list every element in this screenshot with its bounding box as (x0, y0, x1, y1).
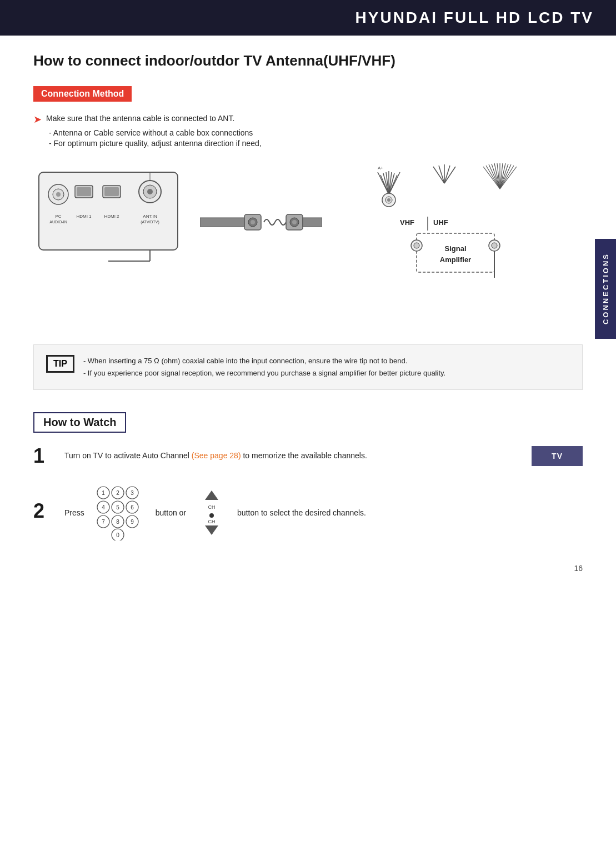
svg-text:9: 9 (131, 519, 134, 525)
connection-method-label: Connection Method (33, 86, 132, 102)
bullet-2: - Antenna or Cable service without a cab… (49, 128, 583, 137)
svg-text:CH: CH (208, 519, 216, 524)
step-1-link: (See page 28) (192, 451, 241, 460)
svg-text:0: 0 (116, 532, 119, 538)
tip-line-2: - If you experience poor signal receptio… (83, 367, 445, 379)
header: HYUNDAI FULL HD LCD TV (0, 0, 616, 36)
button-or-text: button or (156, 507, 186, 519)
step-1-right: TV (532, 446, 583, 466)
svg-text:1: 1 (102, 490, 105, 496)
step-2-content: Press 1 2 3 (64, 482, 583, 540)
cable-connector (200, 206, 322, 239)
svg-marker-94 (205, 525, 218, 535)
side-tab-label: CONNECTIONS (602, 253, 610, 324)
step-2: 2 Press 1 2 (33, 482, 583, 540)
page-title: How to connect indoor/outdor TV Antenna(… (33, 52, 583, 69)
how-to-watch-section: How to Watch 1 Turn on TV to activate Au… (33, 412, 583, 540)
svg-line-44 (444, 166, 450, 183)
svg-text:(ATV/DTV): (ATV/DTV) (141, 220, 159, 224)
bullet-2-text: - Antenna or Cable service without a cab… (49, 128, 253, 137)
how-to-watch-badge-wrapper: How to Watch (33, 412, 583, 446)
tv-panel: PC AUDIO-IN HDMI 1 HDMI 2 ANT.IN (ATV/DT… (33, 161, 183, 272)
ch-text: button to select the desired channels. (237, 507, 366, 519)
tv-button: TV (532, 446, 583, 466)
svg-text:HDMI 2: HDMI 2 (104, 214, 119, 219)
svg-line-42 (439, 166, 444, 183)
svg-rect-62 (417, 233, 494, 272)
bullet-3: - For optimum picture quality, adjust an… (49, 139, 583, 148)
svg-text:2: 2 (116, 490, 119, 496)
diagram-area: PC AUDIO-IN HDMI 1 HDMI 2 ANT.IN (ATV/DT… (33, 161, 583, 328)
svg-point-14 (147, 189, 153, 194)
svg-text:UHF: UHF (433, 218, 448, 227)
svg-text:ANT.IN: ANT.IN (143, 214, 157, 219)
svg-text:6: 6 (131, 504, 134, 510)
ch-control: CH CH (202, 488, 222, 538)
svg-rect-27 (303, 218, 322, 227)
how-to-watch-badge: How to Watch (33, 412, 126, 433)
svg-text:7: 7 (102, 519, 105, 525)
tip-box: TIP - When inserting a 75 Ω (ohm) coaxia… (33, 344, 583, 390)
bullet-1-text: Make sure that the antenna cable is conn… (46, 114, 234, 123)
connection-bullets: ➤ Make sure that the antenna cable is co… (33, 114, 583, 148)
svg-text:CH: CH (208, 504, 216, 510)
main-content: How to connect indoor/outdor TV Antenna(… (0, 36, 616, 589)
svg-text:VHF: VHF (400, 218, 414, 227)
steps-container: 1 Turn on TV to activate Auto Channel (S… (33, 446, 583, 540)
svg-text:5: 5 (116, 504, 119, 510)
svg-text:PC: PC (55, 214, 61, 219)
svg-rect-20 (200, 218, 244, 227)
step-2-number: 2 (33, 501, 54, 521)
svg-text:A+: A+ (378, 166, 383, 171)
bullet-1: ➤ Make sure that the antenna cable is co… (33, 114, 583, 126)
svg-rect-10 (104, 187, 119, 196)
svg-point-40 (387, 198, 390, 202)
step-1-text2: to memorize the available channels. (241, 451, 367, 460)
step-1: 1 Turn on TV to activate Auto Channel (S… (33, 446, 583, 466)
svg-point-23 (251, 220, 255, 224)
step-1-content: Turn on TV to activate Auto Channel (See… (64, 446, 522, 462)
antenna-diagram: A+ (339, 161, 583, 328)
svg-rect-7 (77, 187, 91, 196)
svg-line-41 (433, 167, 444, 183)
bullet-3-text: - For optimum picture quality, adjust an… (49, 139, 262, 148)
svg-point-3 (56, 192, 61, 197)
svg-text:Signal: Signal (444, 244, 466, 253)
svg-point-26 (292, 220, 297, 224)
connections-side-tab: CONNECTIONS (595, 239, 616, 339)
press-text: Press (64, 507, 84, 519)
step-1-number: 1 (33, 446, 54, 466)
tip-content: - When inserting a 75 Ω (ohm) coaxial ca… (83, 355, 445, 379)
arrow-icon: ➤ (33, 114, 42, 126)
header-title: HYUNDAI FULL HD LCD TV (355, 9, 594, 27)
svg-text:AUDIO-IN: AUDIO-IN (49, 220, 67, 224)
tip-line-1: - When inserting a 75 Ω (ohm) coaxial ca… (83, 355, 445, 367)
numpad-area: Press 1 2 3 (64, 485, 583, 540)
step-1-text: Turn on TV to activate Auto Channel (64, 451, 192, 460)
svg-text:3: 3 (131, 490, 134, 496)
svg-marker-90 (205, 490, 218, 500)
svg-text:8: 8 (116, 519, 119, 525)
svg-point-92 (209, 513, 214, 518)
svg-point-66 (414, 243, 419, 248)
page-number: 16 (574, 564, 583, 573)
svg-text:4: 4 (102, 504, 105, 510)
svg-text:Amplifier: Amplifier (439, 256, 470, 264)
tip-badge: TIP (46, 355, 74, 373)
svg-text:HDMI 1: HDMI 1 (76, 214, 92, 219)
svg-point-68 (492, 243, 497, 248)
svg-line-45 (444, 167, 455, 183)
connection-method-badge: Connection Method (33, 86, 583, 114)
numpad: 1 2 3 4 5 6 (96, 485, 140, 540)
